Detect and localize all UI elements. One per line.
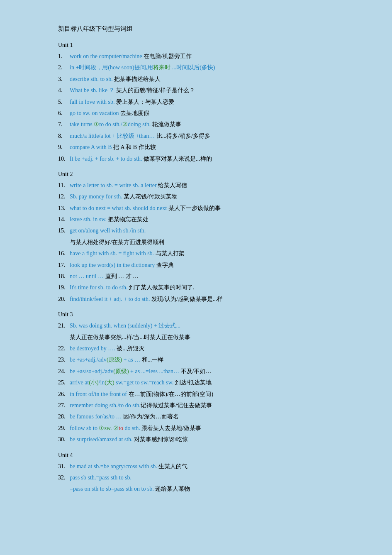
page-title: 新目标八年级下句型与词组 [58, 25, 342, 33]
list-item: 21.Sb. was doing sth. when (suddenly) + … [58, 321, 342, 342]
item-number: 11. [58, 181, 70, 190]
list-item: 9.compare A with B 把 A 和 B 作比较 [58, 143, 342, 152]
item-number: 14. [58, 215, 70, 224]
item-number: 3. [58, 75, 70, 84]
item-text: be destroyed by …. 被...所毁灭 [70, 344, 342, 353]
item-text: compare A with B 把 A 和 B 作比较 [70, 143, 342, 152]
list-item: 5.fall in love with sb. 爱上某人；与某人恋爱 [58, 98, 342, 107]
item-number: 13. [58, 204, 70, 213]
item-number: 25. [58, 378, 70, 387]
item-number: 2. [58, 63, 70, 72]
item-number: 23. [58, 355, 70, 364]
unit-4: Unit 431.be mad at sb.=be angry/cross wi… [58, 452, 342, 494]
item-text: arrive at(小)/in(大) sw.=get to sw.=reach … [70, 378, 342, 387]
list-item: 19.It's time for sb. to do sth. 到了某人做某事的… [58, 283, 342, 292]
unit-title-1: Unit 1 [58, 42, 342, 49]
list-item: 23.be +as+adj./adv(原级) + as … 和...一样 [58, 355, 342, 364]
item-text: get on/along well with sb./in sth. [70, 226, 146, 235]
item-number: 24. [58, 367, 70, 376]
list-item: 15.get on/along well with sb./in sth.与某人… [58, 226, 342, 247]
item-text: Sb. pay money for sth. 某人花钱/付款买某物 [70, 192, 342, 201]
item-number: 17. [58, 261, 70, 270]
item-text: It be +adj. + for sb. + to do sth. 做某事对某… [70, 154, 342, 164]
item-text: What be sb. like ？ 某人的面貌/特征/样子是什么？ [70, 86, 342, 95]
item-number: 20. [58, 295, 70, 304]
item-text: find/think/feel it + adj. + to do sth. 发… [70, 295, 342, 304]
unit-3: Unit 321.Sb. was doing sth. when (sudden… [58, 311, 342, 444]
item-number: 22. [58, 344, 70, 353]
item-number: 5. [58, 98, 70, 107]
item-text: not … until … 直到 … 才 … [70, 272, 342, 281]
item-text: in front of/in the front of 在…前面(物体)/在…的… [70, 390, 342, 399]
list-item: 29.follow sb to ①sw. ②to do sth. 跟着某人去某地… [58, 424, 342, 433]
item-number: 19. [58, 283, 70, 292]
list-item: 12.Sb. pay money for sth. 某人花钱/付款买某物 [58, 192, 342, 201]
list-item: 2.in +时间段，用(how soon)提问,用将来时 ...时间以后(多快) [58, 63, 342, 72]
list-item: 17.look up the word(s) in the dictionary… [58, 261, 342, 270]
item-text: describe sth. to sb. 把某事描述给某人 [70, 75, 342, 84]
item-number: 18. [58, 272, 70, 281]
unit-1: Unit 11.work on the computer/machine 在电脑… [58, 42, 342, 164]
list-item: 11.write a letter to sb. = write sb. a l… [58, 181, 342, 190]
item-text: be mad at sb.=be angry/cross with sb. 生某… [70, 462, 342, 471]
item-subline: =pass on sth to sb=pass sth on to sb. 递给… [58, 484, 342, 494]
list-item: 3.describe sth. to sb. 把某事描述给某人 [58, 75, 342, 84]
item-number: 21. [58, 321, 70, 330]
item-number: 9. [58, 143, 70, 152]
list-item: 32.pass sb sth.=pass sth to sb.=pass on … [58, 473, 342, 494]
item-text: be famous for/as/to … 因/作为/深为…而著名 [70, 412, 342, 421]
list-item: 24.be +as/so+adj./adv(原级) + as ...=less … [58, 367, 342, 376]
item-number: 6. [58, 109, 70, 118]
item-number: 31. [58, 462, 70, 471]
unit-title-4: Unit 4 [58, 452, 342, 459]
item-text: be +as/so+adj./adv(原级) + as ...=less ...… [70, 367, 342, 376]
item-text: what to do next = what sb. should do nex… [70, 204, 342, 213]
item-text: follow sb to ①sw. ②to do sth. 跟着某人去某地/做某… [70, 424, 342, 433]
list-item: 8.much/a little/a lot + 比较级 +than… 比...得… [58, 132, 342, 141]
item-text: leave sth. in sw. 把某物忘在某处 [70, 215, 342, 224]
item-text: fall in love with sb. 爱上某人；与某人恋爱 [70, 98, 342, 107]
list-item: 25.arrive at(小)/in(大) sw.=get to sw.=rea… [58, 378, 342, 387]
item-text: be +as+adj./adv(原级) + as … 和...一样 [70, 355, 342, 364]
list-item: 13.what to do next = what sb. should do … [58, 204, 342, 213]
item-text: be surprised/amazed at sth. 对某事感到惊讶/吃惊 [70, 435, 342, 444]
item-number: 16. [58, 249, 70, 258]
item-number: 15. [58, 226, 70, 235]
list-item: 22.be destroyed by …. 被...所毁灭 [58, 344, 342, 353]
unit-title-3: Unit 3 [58, 311, 342, 318]
unit-title-2: Unit 2 [58, 171, 342, 178]
list-item: 10.It be +adj. + for sb. + to do sth. 做某… [58, 154, 342, 164]
item-text: much/a little/a lot + 比较级 +than… 比...得多/… [70, 132, 342, 141]
item-number: 12. [58, 192, 70, 201]
list-item: 20.find/think/feel it + adj. + to do sth… [58, 295, 342, 304]
item-text: look up the word(s) in the dictionary 查字… [70, 261, 342, 270]
list-item: 18.not … until … 直到 … 才 … [58, 272, 342, 281]
item-number: 27. [58, 401, 70, 410]
item-text: It's time for sb. to do sth. 到了某人做某事的时间了… [70, 283, 342, 292]
item-number: 28. [58, 412, 70, 421]
content: Unit 11.work on the computer/machine 在电脑… [58, 42, 342, 494]
list-item: 7.take turns ①to do sth./②doing sth. 轮流做… [58, 120, 342, 129]
item-text: take turns ①to do sth./②doing sth. 轮流做某事 [70, 120, 342, 129]
item-number: 10. [58, 154, 70, 164]
item-text: remember doing sth./to do sth.记得做过某事/记住去… [70, 401, 342, 410]
list-item: 30.be surprised/amazed at sth. 对某事感到惊讶/吃… [58, 435, 342, 444]
item-number: 32. [58, 473, 70, 482]
item-text: pass sb sth.=pass sth to sb. [70, 473, 131, 482]
list-item: 27.remember doing sth./to do sth.记得做过某事/… [58, 401, 342, 410]
item-text: Sb. was doing sth. when (suddenly) + 过去式… [70, 321, 180, 330]
list-item: 14.leave sth. in sw. 把某物忘在某处 [58, 215, 342, 224]
list-item: 4.What be sb. like ？ 某人的面貌/特征/样子是什么？ [58, 86, 342, 95]
item-number: 1. [58, 52, 70, 61]
unit-2: Unit 211.write a letter to sb. = write s… [58, 171, 342, 304]
item-number: 29. [58, 424, 70, 433]
list-item: 28.be famous for/as/to … 因/作为/深为…而著名 [58, 412, 342, 421]
item-text: write a letter to sb. = write sb. a lett… [70, 181, 342, 190]
item-number: 4. [58, 86, 70, 95]
list-item: 16.have a fight with sb. = fight with sb… [58, 249, 342, 258]
item-text: go to sw. on vacation 去某地度假 [70, 109, 342, 118]
item-text: have a fight with sb. = fight with sb. 与… [70, 249, 342, 258]
item-text: work on the computer/machine 在电脑/机器旁工作 [70, 52, 342, 61]
list-item: 26.in front of/in the front of 在…前面(物体)/… [58, 390, 342, 399]
item-number: 30. [58, 435, 70, 444]
